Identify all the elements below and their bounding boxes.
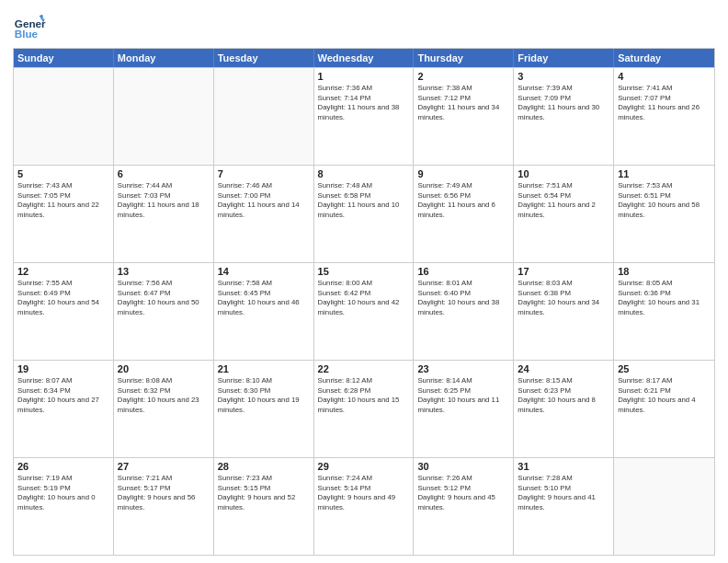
weekday-header-wednesday: Wednesday bbox=[314, 49, 415, 67]
cell-date: 12 bbox=[17, 266, 109, 277]
cell-date: 22 bbox=[318, 363, 410, 374]
calendar-cell: 2Sunrise: 7:38 AM Sunset: 7:12 PM Daylig… bbox=[414, 68, 514, 165]
cell-info: Sunrise: 8:14 AM Sunset: 6:25 PM Dayligh… bbox=[417, 376, 509, 415]
cell-date: 30 bbox=[417, 461, 509, 472]
calendar-cell: 20Sunrise: 8:08 AM Sunset: 6:32 PM Dayli… bbox=[114, 361, 214, 457]
calendar-cell: 1Sunrise: 7:36 AM Sunset: 7:14 PM Daylig… bbox=[314, 68, 415, 165]
cell-info: Sunrise: 7:36 AM Sunset: 7:14 PM Dayligh… bbox=[318, 84, 410, 122]
page-container: General Blue SundayMondayTuesdayWednesda… bbox=[0, 0, 728, 563]
cell-info: Sunrise: 7:49 AM Sunset: 6:56 PM Dayligh… bbox=[417, 181, 509, 220]
cell-date: 8 bbox=[318, 168, 410, 179]
cell-date: 19 bbox=[17, 363, 109, 374]
calendar-header: SundayMondayTuesdayWednesdayThursdayFrid… bbox=[14, 49, 714, 67]
cell-info: Sunrise: 7:44 AM Sunset: 7:03 PM Dayligh… bbox=[118, 181, 210, 220]
calendar-cell: 6Sunrise: 7:44 AM Sunset: 7:03 PM Daylig… bbox=[114, 166, 214, 262]
calendar-cell: 26Sunrise: 7:19 AM Sunset: 5:19 PM Dayli… bbox=[14, 458, 114, 555]
cell-info: Sunrise: 8:01 AM Sunset: 6:40 PM Dayligh… bbox=[417, 279, 509, 317]
calendar-cell: 5Sunrise: 7:43 AM Sunset: 7:05 PM Daylig… bbox=[14, 166, 114, 262]
cell-info: Sunrise: 7:24 AM Sunset: 5:14 PM Dayligh… bbox=[318, 474, 410, 512]
cell-date: 29 bbox=[318, 461, 410, 472]
cell-date: 2 bbox=[417, 71, 509, 82]
cell-info: Sunrise: 7:26 AM Sunset: 5:12 PM Dayligh… bbox=[417, 474, 509, 512]
calendar-cell: 14Sunrise: 7:58 AM Sunset: 6:45 PM Dayli… bbox=[214, 263, 314, 360]
cell-info: Sunrise: 8:10 AM Sunset: 6:30 PM Dayligh… bbox=[218, 376, 310, 415]
cell-date: 27 bbox=[118, 461, 210, 472]
cell-date: 15 bbox=[318, 266, 410, 277]
cell-info: Sunrise: 7:38 AM Sunset: 7:12 PM Dayligh… bbox=[417, 84, 509, 122]
calendar-cell: 23Sunrise: 8:14 AM Sunset: 6:25 PM Dayli… bbox=[414, 361, 514, 457]
cell-info: Sunrise: 8:15 AM Sunset: 6:23 PM Dayligh… bbox=[518, 376, 609, 415]
calendar-cell bbox=[614, 458, 714, 555]
calendar-cell bbox=[14, 68, 114, 165]
cell-info: Sunrise: 7:48 AM Sunset: 6:58 PM Dayligh… bbox=[318, 181, 410, 220]
calendar-cell: 15Sunrise: 8:00 AM Sunset: 6:42 PM Dayli… bbox=[314, 263, 415, 360]
calendar-cell: 4Sunrise: 7:41 AM Sunset: 7:07 PM Daylig… bbox=[614, 68, 714, 165]
calendar-cell: 25Sunrise: 8:17 AM Sunset: 6:21 PM Dayli… bbox=[614, 361, 714, 457]
calendar-cell: 13Sunrise: 7:56 AM Sunset: 6:47 PM Dayli… bbox=[114, 263, 214, 360]
calendar-cell: 21Sunrise: 8:10 AM Sunset: 6:30 PM Dayli… bbox=[214, 361, 314, 457]
cell-date: 6 bbox=[118, 168, 210, 179]
cell-date: 14 bbox=[218, 266, 310, 277]
cell-date: 31 bbox=[518, 461, 609, 472]
cell-info: Sunrise: 7:53 AM Sunset: 6:51 PM Dayligh… bbox=[618, 181, 711, 220]
cell-date: 1 bbox=[318, 71, 410, 82]
cell-date: 24 bbox=[518, 363, 609, 374]
cell-date: 5 bbox=[17, 168, 109, 179]
calendar-cell: 31Sunrise: 7:28 AM Sunset: 5:10 PM Dayli… bbox=[514, 458, 614, 555]
calendar-cell: 16Sunrise: 8:01 AM Sunset: 6:40 PM Dayli… bbox=[414, 263, 514, 360]
cell-info: Sunrise: 7:55 AM Sunset: 6:49 PM Dayligh… bbox=[17, 279, 109, 317]
cell-info: Sunrise: 8:05 AM Sunset: 6:36 PM Dayligh… bbox=[618, 279, 711, 317]
calendar-cell: 30Sunrise: 7:26 AM Sunset: 5:12 PM Dayli… bbox=[414, 458, 514, 555]
calendar-row-0: 1Sunrise: 7:36 AM Sunset: 7:14 PM Daylig… bbox=[14, 67, 714, 165]
cell-info: Sunrise: 7:28 AM Sunset: 5:10 PM Dayligh… bbox=[518, 474, 609, 512]
calendar-cell: 29Sunrise: 7:24 AM Sunset: 5:14 PM Dayli… bbox=[314, 458, 415, 555]
calendar-body: 1Sunrise: 7:36 AM Sunset: 7:14 PM Daylig… bbox=[14, 67, 714, 555]
cell-info: Sunrise: 8:03 AM Sunset: 6:38 PM Dayligh… bbox=[518, 279, 609, 317]
calendar-cell: 7Sunrise: 7:46 AM Sunset: 7:00 PM Daylig… bbox=[214, 166, 314, 262]
cell-date: 4 bbox=[618, 71, 711, 82]
cell-date: 16 bbox=[417, 266, 509, 277]
weekday-header-tuesday: Tuesday bbox=[214, 49, 314, 67]
calendar-cell: 17Sunrise: 8:03 AM Sunset: 6:38 PM Dayli… bbox=[514, 263, 614, 360]
cell-date: 25 bbox=[618, 363, 711, 374]
page-header: General Blue bbox=[13, 9, 715, 42]
cell-info: Sunrise: 7:46 AM Sunset: 7:00 PM Dayligh… bbox=[218, 181, 310, 220]
cell-date: 20 bbox=[118, 363, 210, 374]
cell-info: Sunrise: 7:23 AM Sunset: 5:15 PM Dayligh… bbox=[218, 474, 310, 512]
cell-info: Sunrise: 7:51 AM Sunset: 6:54 PM Dayligh… bbox=[518, 181, 609, 220]
calendar-cell: 11Sunrise: 7:53 AM Sunset: 6:51 PM Dayli… bbox=[614, 166, 714, 262]
weekday-header-monday: Monday bbox=[114, 49, 214, 67]
cell-date: 10 bbox=[518, 168, 609, 179]
cell-date: 18 bbox=[618, 266, 711, 277]
logo: General Blue bbox=[13, 9, 46, 42]
weekday-header-friday: Friday bbox=[514, 49, 614, 67]
calendar: SundayMondayTuesdayWednesdayThursdayFrid… bbox=[13, 48, 715, 556]
calendar-cell: 19Sunrise: 8:07 AM Sunset: 6:34 PM Dayli… bbox=[14, 361, 114, 457]
logo-icon: General Blue bbox=[13, 9, 46, 42]
cell-date: 13 bbox=[118, 266, 210, 277]
calendar-cell: 9Sunrise: 7:49 AM Sunset: 6:56 PM Daylig… bbox=[414, 166, 514, 262]
cell-date: 23 bbox=[417, 363, 509, 374]
cell-info: Sunrise: 7:58 AM Sunset: 6:45 PM Dayligh… bbox=[218, 279, 310, 317]
calendar-cell bbox=[214, 68, 314, 165]
cell-date: 9 bbox=[417, 168, 509, 179]
cell-info: Sunrise: 8:07 AM Sunset: 6:34 PM Dayligh… bbox=[17, 376, 109, 415]
cell-date: 11 bbox=[618, 168, 711, 179]
calendar-cell: 28Sunrise: 7:23 AM Sunset: 5:15 PM Dayli… bbox=[214, 458, 314, 555]
calendar-row-1: 5Sunrise: 7:43 AM Sunset: 7:05 PM Daylig… bbox=[14, 165, 714, 262]
cell-info: Sunrise: 7:21 AM Sunset: 5:17 PM Dayligh… bbox=[118, 474, 210, 512]
cell-date: 7 bbox=[218, 168, 310, 179]
calendar-row-4: 26Sunrise: 7:19 AM Sunset: 5:19 PM Dayli… bbox=[14, 457, 714, 555]
calendar-row-2: 12Sunrise: 7:55 AM Sunset: 6:49 PM Dayli… bbox=[14, 262, 714, 360]
calendar-cell: 8Sunrise: 7:48 AM Sunset: 6:58 PM Daylig… bbox=[314, 166, 415, 262]
calendar-cell: 24Sunrise: 8:15 AM Sunset: 6:23 PM Dayli… bbox=[514, 361, 614, 457]
cell-info: Sunrise: 8:00 AM Sunset: 6:42 PM Dayligh… bbox=[318, 279, 410, 317]
calendar-cell: 22Sunrise: 8:12 AM Sunset: 6:28 PM Dayli… bbox=[314, 361, 415, 457]
cell-date: 28 bbox=[218, 461, 310, 472]
calendar-row-3: 19Sunrise: 8:07 AM Sunset: 6:34 PM Dayli… bbox=[14, 360, 714, 457]
calendar-cell: 27Sunrise: 7:21 AM Sunset: 5:17 PM Dayli… bbox=[114, 458, 214, 555]
calendar-cell: 10Sunrise: 7:51 AM Sunset: 6:54 PM Dayli… bbox=[514, 166, 614, 262]
svg-text:Blue: Blue bbox=[15, 28, 39, 40]
cell-info: Sunrise: 8:12 AM Sunset: 6:28 PM Dayligh… bbox=[318, 376, 410, 415]
calendar-cell: 18Sunrise: 8:05 AM Sunset: 6:36 PM Dayli… bbox=[614, 263, 714, 360]
